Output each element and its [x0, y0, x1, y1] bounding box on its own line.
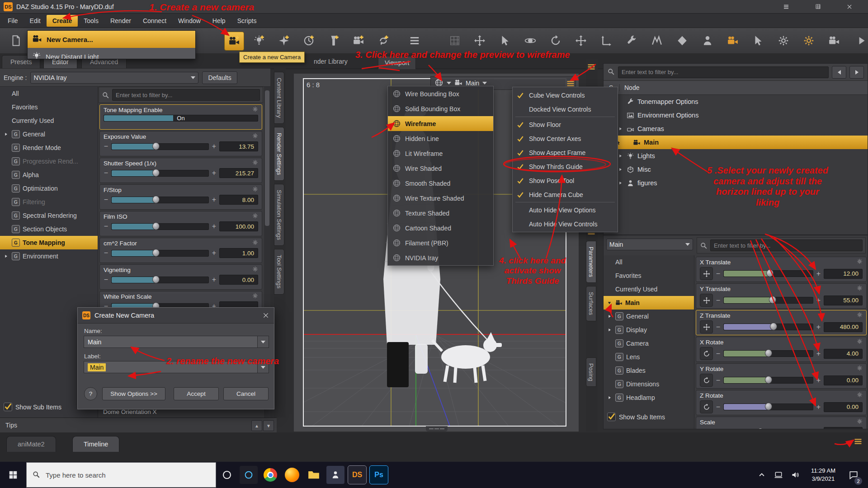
tray-expand-icon[interactable]	[755, 462, 769, 488]
drawstyle-hidden-line[interactable]: Hidden Line	[388, 131, 493, 146]
rotate-icon[interactable]	[700, 374, 713, 387]
orbit-tool-button[interactable]	[521, 32, 540, 50]
slider-track[interactable]	[111, 250, 209, 257]
param-category-currently-used[interactable]: Currently Used	[604, 282, 694, 296]
toggle-track[interactable]: On	[104, 115, 258, 122]
slider-minus[interactable]: −	[716, 403, 721, 411]
defaults-button[interactable]: Defaults	[202, 71, 237, 84]
name-select[interactable]: Main	[84, 336, 269, 348]
rotate-icon[interactable]	[700, 400, 713, 413]
parameters-group-select[interactable]: Main	[606, 239, 693, 250]
slider-track[interactable]	[723, 350, 813, 357]
taskbar-discord[interactable]	[325, 462, 346, 488]
pointer-tool-button[interactable]	[749, 32, 768, 50]
category-favorites[interactable]: Favorites	[0, 100, 98, 114]
scene-node-cameras[interactable]: Cameras	[604, 122, 868, 136]
show-sub-items-checkbox[interactable]	[4, 403, 12, 411]
slider-minus[interactable]: −	[716, 376, 721, 385]
viewport-handle[interactable]	[426, 426, 448, 432]
category-general[interactable]: GGeneral	[0, 127, 98, 141]
create-viewcam-button[interactable]	[349, 32, 368, 50]
slider-track[interactable]	[111, 197, 209, 203]
slider-plus[interactable]: +	[212, 169, 217, 177]
view-option-cube-view-controls[interactable]: Cube View Controls	[513, 88, 618, 102]
expand-icon[interactable]	[618, 181, 623, 185]
chevron-down-icon[interactable]	[447, 82, 451, 84]
expand-icon[interactable]	[618, 154, 623, 158]
param-value[interactable]: 480.00	[824, 322, 863, 332]
slider-knob[interactable]	[765, 403, 772, 410]
category-environment[interactable]: GEnvironment	[0, 249, 98, 263]
slider-track[interactable]	[111, 277, 209, 283]
taskbar-chrome[interactable]	[259, 462, 281, 488]
slider-knob[interactable]	[152, 276, 160, 283]
category-tone-mapping[interactable]: GTone Mapping	[0, 236, 98, 249]
param-value[interactable]: 4.00	[824, 349, 863, 359]
slider-plus[interactable]: +	[816, 350, 821, 358]
slider-plus[interactable]: +	[816, 323, 821, 331]
new-file-button[interactable]	[6, 32, 25, 50]
param-value[interactable]: 12.00	[824, 269, 863, 279]
view-option-auto-hide-view-options[interactable]: Auto Hide View Options	[513, 203, 618, 217]
slider-plus[interactable]: +	[816, 403, 821, 411]
slider-track[interactable]	[111, 143, 209, 150]
param-category-lens[interactable]: GLens	[604, 350, 694, 364]
slider-minus[interactable]: −	[700, 428, 705, 429]
figure-tool-button[interactable]	[698, 32, 717, 50]
side-tab-surfaces[interactable]: Surfaces	[586, 286, 596, 321]
slider-knob[interactable]	[766, 269, 774, 277]
engine-select[interactable]: NVIDIA Iray	[30, 72, 198, 84]
slider-minus[interactable]: −	[716, 350, 721, 358]
slider-minus[interactable]: −	[104, 196, 108, 204]
slider-knob[interactable]	[152, 169, 160, 177]
scene-node-main[interactable]: Main	[604, 136, 868, 149]
gear-icon[interactable]	[252, 213, 258, 220]
category-render-mode[interactable]: GRender Mode	[0, 141, 98, 155]
menu-item-file[interactable]: File	[2, 15, 24, 27]
menu-item-window[interactable]: Window	[172, 15, 207, 27]
slider-knob[interactable]	[770, 323, 777, 330]
drawstyle-texture-shaded[interactable]: Texture Shaded	[388, 206, 493, 221]
slider-plus[interactable]: +	[212, 142, 217, 150]
chevron-down-icon[interactable]	[257, 336, 269, 347]
accept-button[interactable]: Accept	[174, 387, 219, 400]
create-cycle-button[interactable]	[374, 32, 393, 50]
start-button[interactable]	[0, 462, 26, 488]
slider-track[interactable]	[708, 429, 813, 430]
slider-track[interactable]	[723, 324, 813, 330]
slider-plus[interactable]: +	[212, 249, 217, 257]
expand-icon[interactable]	[607, 314, 613, 319]
chevron-down-icon[interactable]	[482, 82, 487, 84]
gear-icon[interactable]	[252, 239, 258, 247]
slider-plus[interactable]: +	[816, 428, 821, 429]
view-option-auto-hide-view-controls[interactable]: Auto Hide View Controls	[513, 217, 618, 231]
param-category-favorites[interactable]: Favorites	[604, 269, 694, 282]
param-value[interactable]: 0.00	[824, 375, 863, 385]
slider-track[interactable]	[723, 377, 813, 384]
minimize-button[interactable]	[776, 0, 797, 13]
nav-forward-button[interactable]	[849, 66, 864, 79]
slider-knob[interactable]	[152, 142, 160, 150]
gear-tool-button[interactable]	[774, 32, 793, 50]
expand-icon[interactable]	[607, 395, 613, 400]
slider-plus[interactable]: +	[212, 222, 217, 230]
menu-item-new-distant-light[interactable]: New Distant Light	[28, 48, 195, 59]
timeline-menu-icon[interactable]	[854, 437, 863, 447]
param-category-display[interactable]: GDisplay	[604, 323, 694, 337]
slider-minus[interactable]: −	[104, 142, 108, 150]
taskbar-clock[interactable]: 11:29 AM 3/9/2021	[806, 467, 841, 483]
gear-icon[interactable]	[857, 365, 863, 372]
slider-plus[interactable]: +	[816, 296, 821, 305]
slider-minus[interactable]: −	[104, 222, 108, 230]
drawstyle-wire-bounding-box[interactable]: Wire Bounding Box	[388, 86, 493, 101]
gear-icon[interactable]	[857, 258, 863, 266]
drawstyle-lit-wireframe[interactable]: Lit Wireframe	[388, 146, 493, 161]
slider-minus[interactable]: −	[104, 169, 108, 177]
expand-icon[interactable]	[4, 254, 9, 258]
tab-timeline[interactable]: Timeline	[72, 436, 119, 452]
taskbar-file-explorer[interactable]	[303, 462, 325, 488]
cancel-button[interactable]: Cancel	[223, 387, 269, 400]
param-category-general[interactable]: GGeneral	[604, 310, 694, 323]
expand-icon[interactable]	[4, 132, 9, 136]
rotate-tool-button[interactable]	[546, 32, 565, 50]
